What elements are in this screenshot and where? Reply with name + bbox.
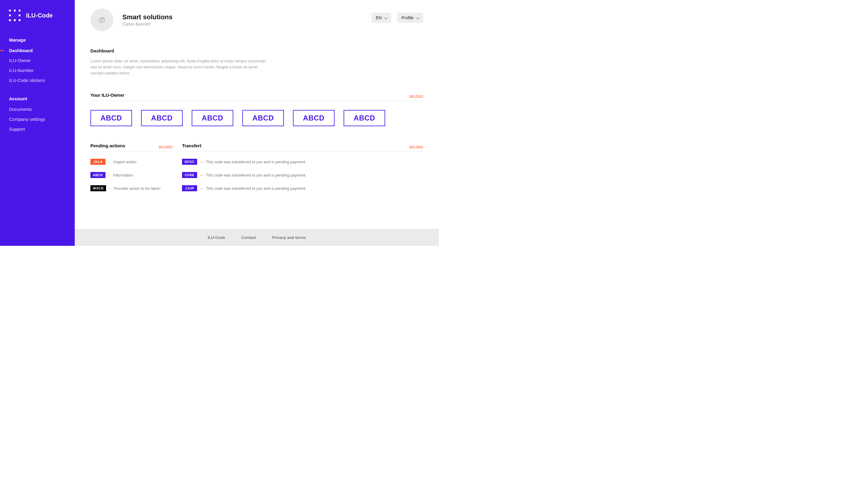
separator: - xyxy=(109,186,111,191)
code-tag: ABCK xyxy=(90,172,105,178)
language-label: EN xyxy=(376,15,381,20)
code-tag: DFGC xyxy=(182,159,197,165)
separator: – xyxy=(200,186,203,191)
pending-item[interactable]: WXCD - Possible action to be taken xyxy=(90,185,173,191)
chevron-down-icon xyxy=(384,15,388,20)
nav-ilu-stickers[interactable]: ILU-Code stickers xyxy=(0,75,75,85)
owners-title: Your ILU-Owner xyxy=(90,93,124,98)
nav-label: ILU-Code stickers xyxy=(9,78,45,83)
owner-card[interactable]: ABCD xyxy=(242,110,284,126)
pending-desc: Possible action to be taken xyxy=(114,186,160,191)
profile-label: Profile xyxy=(401,15,413,20)
transfer-desc: This code was transferred to you and is … xyxy=(206,186,305,191)
code-tag: WXCD xyxy=(90,185,106,191)
nav-ilu-number[interactable]: ILU-Number xyxy=(0,65,75,75)
footer-link-ilucode[interactable]: ILU-Code xyxy=(208,235,225,240)
owner-card[interactable]: ABCD xyxy=(344,110,385,126)
main-content: Smart solutions Carlos Bennett EN Profil… xyxy=(75,0,439,246)
pending-title: Pending actions xyxy=(90,143,125,148)
chevron-down-icon xyxy=(415,15,420,20)
nav-label: ILU-Number xyxy=(9,68,34,73)
separator: – xyxy=(200,159,203,164)
nav-documents[interactable]: Documents xyxy=(0,104,75,114)
transfer-item[interactable]: JJUP – This code was transferred to you … xyxy=(182,185,423,191)
owners-see-more[interactable]: see more xyxy=(409,94,423,98)
transfer-desc: This code was transferred to you and is … xyxy=(206,173,305,177)
pending-column: Pending actions see more JKLA - Urgent a… xyxy=(90,143,173,191)
logo[interactable]: iLU-Code xyxy=(0,10,75,33)
camera-icon xyxy=(99,17,105,23)
transfer-see-more[interactable]: see more xyxy=(409,144,423,148)
transfer-item[interactable]: CFRE – This code was transferred to you … xyxy=(182,172,423,178)
transfer-column: Transfert see more DFGC – This code was … xyxy=(182,143,423,191)
owner-card[interactable]: ABCD xyxy=(192,110,233,126)
nav-label: Dashboard xyxy=(9,48,33,53)
svg-point-1 xyxy=(101,19,103,22)
code-tag: JKLA xyxy=(90,159,105,165)
owner-card[interactable]: ABCD xyxy=(293,110,335,126)
nav-label: Company settings xyxy=(9,117,45,122)
profile-block: Smart solutions Carlos Bennett xyxy=(90,8,173,31)
owner-card[interactable]: ABCD xyxy=(141,110,183,126)
code-tag: JJUP xyxy=(182,185,197,191)
separator: - xyxy=(108,159,110,164)
profile-menu[interactable]: Profile xyxy=(397,13,423,23)
user-name: Carlos Bennett xyxy=(122,22,173,27)
owners-header: Your ILU-Owner see more xyxy=(90,93,423,101)
nav-label: Support xyxy=(9,127,25,132)
code-tag: CFRE xyxy=(182,172,197,178)
nav-section-account: Account xyxy=(0,92,75,104)
pending-desc: Urgent action xyxy=(113,160,136,164)
avatar-upload[interactable] xyxy=(90,8,113,31)
owner-cards-row: ABCD ABCD ABCD ABCD ABCD ABCD xyxy=(90,110,423,126)
nav-support[interactable]: Support xyxy=(0,124,75,134)
nav-dashboard[interactable]: Dashboard xyxy=(0,45,75,56)
page-title: Dashboard xyxy=(90,48,423,53)
pending-item[interactable]: JKLA - Urgent action xyxy=(90,159,173,165)
separator: - xyxy=(108,172,110,178)
pending-item[interactable]: ABCK - Information xyxy=(90,172,173,178)
svg-rect-0 xyxy=(99,19,104,22)
page-lead: Lorem ipsum dolor sit amet, consectetur … xyxy=(90,58,271,76)
sidebar: iLU-Code Manage Dashboard ILU-Owner ILU-… xyxy=(0,0,75,246)
nav-label: ILU-Owner xyxy=(9,58,31,63)
topbar: Smart solutions Carlos Bennett EN Profil… xyxy=(90,8,423,31)
footer-link-privacy[interactable]: Privacy and terms xyxy=(272,235,306,240)
footer: ILU-Code Contact Privacy and terms xyxy=(75,229,439,246)
pending-see-more[interactable]: see more xyxy=(158,144,173,148)
separator: – xyxy=(200,172,203,178)
transfer-title: Transfert xyxy=(182,143,201,148)
nav-ilu-owner[interactable]: ILU-Owner xyxy=(0,56,75,65)
company-name: Smart solutions xyxy=(122,13,173,21)
nav-label: Documents xyxy=(9,107,32,112)
nav-section-manage: Manage xyxy=(0,33,75,45)
owner-card[interactable]: ABCD xyxy=(90,110,132,126)
logo-dots-icon xyxy=(9,10,21,21)
nav-company-settings[interactable]: Company settings xyxy=(0,114,75,124)
transfer-desc: This code was transferred to you and is … xyxy=(206,160,305,164)
language-select[interactable]: EN xyxy=(372,13,391,23)
transfer-item[interactable]: DFGC – This code was transferred to you … xyxy=(182,159,423,165)
brand-text: iLU-Code xyxy=(26,12,53,19)
pending-desc: Information xyxy=(113,173,133,177)
footer-link-contact[interactable]: Contact xyxy=(241,235,256,240)
